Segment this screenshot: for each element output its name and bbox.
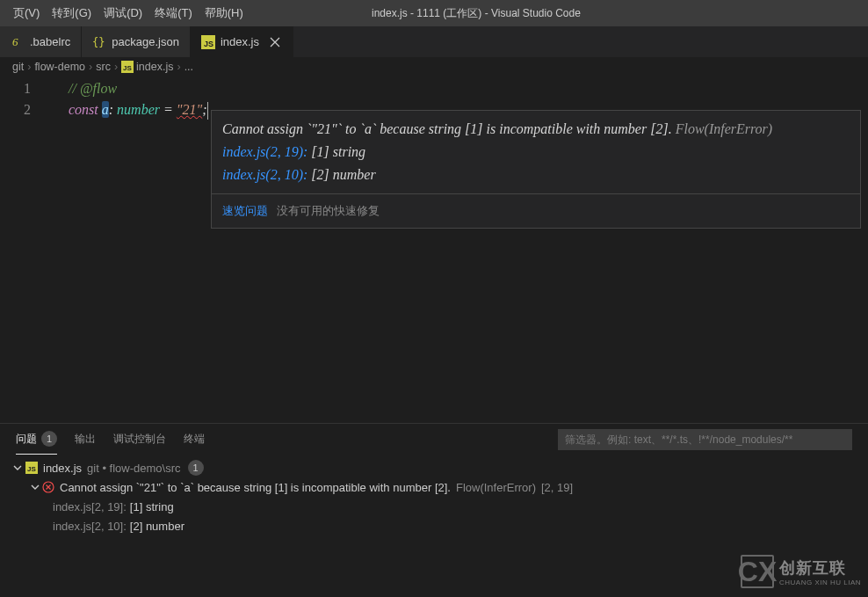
json-icon: {} bbox=[92, 35, 106, 49]
line-number: 2 bbox=[0, 99, 48, 120]
problems-badge: 1 bbox=[41, 431, 57, 447]
menu-help[interactable]: 帮助(H) bbox=[199, 0, 250, 26]
chevron-down-icon[interactable] bbox=[11, 462, 25, 473]
tab-label: .babelrc bbox=[30, 35, 70, 48]
problems-filter-input[interactable] bbox=[558, 429, 852, 450]
menu-view[interactable]: 页(V) bbox=[7, 0, 46, 26]
hover-link[interactable]: index.js(2, 19): bbox=[222, 144, 307, 159]
js-icon: JS bbox=[201, 35, 215, 49]
problems-file-row[interactable]: JS index.js git • flow-demo\src 1 bbox=[11, 458, 857, 477]
tab-label: index.js bbox=[221, 35, 259, 48]
line-number: 1 bbox=[0, 78, 48, 99]
hover-ref: index.js(2, 10): [2] number bbox=[222, 164, 850, 186]
menu-bar: 页(V) 转到(G) 调试(D) 终端(T) 帮助(H) index.js - … bbox=[0, 0, 868, 26]
window-title: index.js - 1111 (工作区) - Visual Studio Co… bbox=[250, 6, 703, 21]
peek-problem-link[interactable]: 速览问题 bbox=[222, 200, 268, 222]
chevron-down-icon[interactable] bbox=[28, 482, 42, 492]
line-gutter: 1 2 bbox=[0, 78, 48, 120]
problems-file-name: index.js bbox=[43, 462, 82, 475]
svg-text:JS: JS bbox=[204, 40, 213, 48]
error-icon bbox=[42, 481, 54, 493]
svg-text:{}: {} bbox=[92, 36, 105, 48]
problem-location: [2, 19] bbox=[541, 481, 573, 494]
watermark-text: 创新互联 bbox=[779, 557, 861, 579]
bc-tail[interactable]: ... bbox=[184, 61, 193, 73]
detail-loc: index.js[2, 19]: bbox=[53, 500, 127, 513]
problem-detail-row[interactable]: index.js[2, 19]: [1] string bbox=[53, 497, 857, 516]
panel-tab-problems[interactable]: 问题1 bbox=[16, 424, 57, 455]
tab-packagejson[interactable]: {} package.json bbox=[82, 26, 191, 57]
js-icon: JS bbox=[121, 61, 134, 73]
problems-tree: JS index.js git • flow-demo\src 1 Cannot… bbox=[0, 455, 868, 539]
bc-seg[interactable]: flow-demo bbox=[34, 61, 85, 73]
js-icon: JS bbox=[25, 461, 39, 475]
problem-row[interactable]: Cannot assign `"21"` to `a` because stri… bbox=[11, 477, 857, 497]
hover-message: Cannot assign `"21"` to `a` because stri… bbox=[222, 118, 850, 141]
panel-tab-terminal[interactable]: 终端 bbox=[184, 424, 205, 455]
detail-loc: index.js[2, 10]: bbox=[53, 520, 127, 533]
menu-debug[interactable]: 调试(D) bbox=[98, 0, 148, 26]
code-line[interactable]: // @flow bbox=[69, 78, 868, 99]
hover-link[interactable]: index.js(2, 10): bbox=[222, 167, 307, 182]
breadcrumb[interactable]: git› flow-demo› src› JS index.js› ... bbox=[0, 57, 868, 76]
problem-source: Flow(InferError) bbox=[456, 481, 536, 494]
menu-go[interactable]: 转到(G) bbox=[46, 0, 98, 26]
tab-bar: 6 .babelrc {} package.json JS index.js bbox=[0, 26, 868, 57]
problem-detail-row[interactable]: index.js[2, 10]: [2] number bbox=[53, 516, 857, 535]
watermark-subtext: CHUANG XIN HU LIAN bbox=[779, 579, 861, 586]
close-icon[interactable] bbox=[268, 35, 282, 49]
tab-babelrc[interactable]: 6 .babelrc bbox=[0, 26, 82, 57]
detail-msg: [1] string bbox=[130, 500, 174, 513]
svg-text:JS: JS bbox=[27, 465, 36, 473]
bc-seg[interactable]: src bbox=[96, 61, 111, 73]
watermark-icon: CX bbox=[741, 555, 774, 588]
svg-text:6: 6 bbox=[12, 35, 18, 48]
no-quick-fix-label: 没有可用的快速修复 bbox=[277, 200, 380, 222]
bc-seg[interactable]: git bbox=[12, 61, 24, 73]
detail-msg: [2] number bbox=[130, 520, 184, 533]
file-error-count-badge: 1 bbox=[188, 460, 204, 476]
problem-message: Cannot assign `"21"` to `a` because stri… bbox=[60, 481, 451, 494]
panel-tab-debugconsole[interactable]: 调试控制台 bbox=[113, 424, 166, 455]
bc-file[interactable]: index.js bbox=[136, 61, 173, 73]
hover-ref: index.js(2, 19): [1] string bbox=[222, 141, 850, 164]
babel-icon: 6 bbox=[11, 35, 25, 49]
tab-indexjs[interactable]: JS index.js bbox=[191, 26, 293, 57]
svg-text:JS: JS bbox=[123, 64, 132, 72]
tab-label: package.json bbox=[112, 35, 179, 48]
panel-tab-bar: 问题1 输出 调试控制台 终端 bbox=[0, 424, 868, 455]
problems-file-path: git • flow-demo\src bbox=[87, 462, 180, 475]
menu-terminal[interactable]: 终端(T) bbox=[148, 0, 199, 26]
watermark-logo: CX 创新互联 CHUANG XIN HU LIAN bbox=[741, 555, 861, 588]
panel-tab-output[interactable]: 输出 bbox=[75, 424, 96, 455]
error-hover-tooltip: Cannot assign `"21"` to `a` because stri… bbox=[211, 110, 861, 229]
